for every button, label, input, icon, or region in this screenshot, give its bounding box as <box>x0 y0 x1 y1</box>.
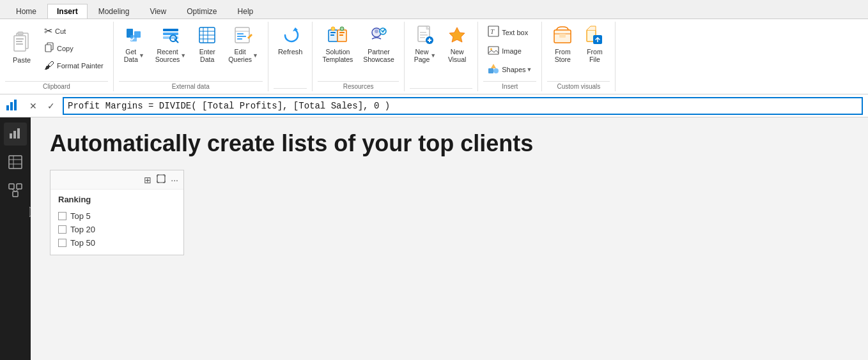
formula-bar-chart-icon <box>5 98 19 114</box>
paste-label: Paste <box>13 56 31 64</box>
from-store-button[interactable]: FromStore <box>547 22 578 73</box>
svg-rect-3 <box>16 38 24 40</box>
tab-modeling[interactable]: Modeling <box>89 4 139 19</box>
widget-focus-icon[interactable] <box>155 173 167 186</box>
image-icon <box>488 45 499 57</box>
from-file-button[interactable]: FromFile <box>579 22 610 73</box>
widget-expand-icon[interactable]: ⊞ <box>143 174 153 186</box>
refresh-label: Refresh <box>278 48 303 56</box>
format-painter-button[interactable]: 🖌 Format Painter <box>40 58 108 73</box>
svg-rect-69 <box>9 184 14 189</box>
enter-data-icon <box>197 25 217 47</box>
svg-rect-71 <box>13 191 18 197</box>
svg-rect-75 <box>157 175 165 183</box>
formula-input[interactable] <box>63 97 863 115</box>
svg-rect-62 <box>10 133 12 139</box>
svg-point-33 <box>331 27 335 31</box>
partner-showcase-label: PartnerShowcase <box>363 48 394 63</box>
formula-cancel-button[interactable]: ✕ <box>26 98 41 114</box>
svg-rect-41 <box>420 37 425 38</box>
paste-button[interactable]: Paste <box>5 22 38 73</box>
clipboard-label: Clipboard <box>5 81 108 91</box>
checkbox-top50[interactable] <box>58 239 66 247</box>
sidebar-item-data[interactable] <box>4 151 27 174</box>
svg-rect-65 <box>9 156 22 169</box>
new-page-button[interactable]: NewPage ▼ <box>410 22 440 73</box>
new-items-label <box>410 88 472 91</box>
refresh-icon <box>280 25 300 47</box>
partner-showcase-icon <box>369 25 389 47</box>
tab-insert[interactable]: Insert <box>47 4 88 19</box>
sidebar-item-report[interactable] <box>4 123 27 146</box>
solution-templates-button[interactable]: SolutionTemplates <box>318 22 357 73</box>
image-label: Image <box>502 47 522 55</box>
new-visual-icon <box>447 25 467 47</box>
sidebar-item-model[interactable] <box>4 179 27 202</box>
clipboard-group: Paste ✂ Cut C <box>0 22 114 91</box>
custom-visuals-label: Custom visuals <box>547 81 610 91</box>
clipboard-items: Paste ✂ Cut C <box>5 22 108 80</box>
shapes-arrow: ▼ <box>527 66 532 73</box>
external-data-group: GetData ▼ <box>114 22 268 91</box>
tab-home[interactable]: Home <box>6 4 46 19</box>
copy-button[interactable]: Copy <box>40 40 108 57</box>
resources-items: SolutionTemplates PartnerShowcase <box>318 22 398 80</box>
svg-rect-21 <box>235 27 249 43</box>
tab-optimize[interactable]: Optimize <box>177 4 226 19</box>
get-data-label: GetData <box>124 48 138 63</box>
new-visual-label: NewVisual <box>448 48 466 63</box>
svg-point-34 <box>340 27 344 31</box>
format-painter-icon: 🖌 <box>44 60 54 71</box>
ribbon-tabs: Home Insert Modeling View Optimize Help <box>0 0 868 19</box>
from-file-icon <box>584 25 605 47</box>
shapes-button[interactable]: Shapes ▼ <box>483 61 536 78</box>
svg-rect-48 <box>488 47 499 54</box>
ribbon-content: Paste ✂ Cut C <box>0 19 868 94</box>
checkbox-top5[interactable] <box>58 212 66 220</box>
shapes-label: Shapes <box>502 66 525 73</box>
formula-confirm-button[interactable]: ✓ <box>43 98 59 114</box>
svg-rect-60 <box>10 102 13 110</box>
solution-templates-icon <box>327 25 348 47</box>
svg-rect-63 <box>13 131 16 139</box>
enter-data-button[interactable]: EnterData <box>192 22 222 73</box>
widget-more-icon[interactable]: ··· <box>169 174 180 186</box>
tab-help[interactable]: Help <box>228 4 263 19</box>
svg-point-36 <box>375 29 378 33</box>
custom-visuals-items: FromStore FromFile <box>547 22 610 80</box>
widget-item-2[interactable]: Top 50 <box>58 236 176 250</box>
widget-item-1[interactable]: Top 20 <box>58 223 176 236</box>
edit-queries-button[interactable]: EditQueries ▼ <box>224 22 263 73</box>
external-data-label: External data <box>119 81 263 91</box>
resources-label: Resources <box>318 81 398 91</box>
enter-data-label: EnterData <box>199 48 215 63</box>
svg-text:T: T <box>490 27 495 35</box>
text-box-button[interactable]: T Text box <box>483 24 532 41</box>
svg-rect-25 <box>237 38 242 40</box>
checkbox-top20[interactable] <box>58 225 66 234</box>
from-store-label: FromStore <box>555 48 571 63</box>
recent-sources-button[interactable]: RecentSources ▼ <box>151 22 190 73</box>
widget-card: ⊞ ··· Ranking Top 5 <box>50 170 184 255</box>
canvas-title: Automatically create lists of your top c… <box>50 130 849 157</box>
image-button[interactable]: Image <box>483 43 526 59</box>
new-visual-button[interactable]: NewVisual <box>442 22 472 73</box>
new-items-group: NewPage ▼ NewVisual <box>405 22 478 91</box>
resources-group: SolutionTemplates PartnerShowcase <box>313 22 404 91</box>
svg-rect-7 <box>45 45 51 52</box>
cut-button[interactable]: ✂ Cut <box>40 23 108 39</box>
formula-bar-controls: ✕ ✓ <box>26 98 59 114</box>
new-page-label: NewPage <box>414 48 430 63</box>
svg-marker-52 <box>491 64 496 68</box>
tab-view[interactable]: View <box>140 4 176 19</box>
refresh-button[interactable]: Refresh <box>274 22 307 73</box>
canvas-area: Automatically create lists of your top c… <box>31 117 868 360</box>
insert-group-label: Insert <box>483 81 536 91</box>
text-box-icon: T <box>488 26 499 39</box>
svg-rect-30 <box>330 34 334 36</box>
left-sidebar <box>0 117 31 360</box>
get-data-button[interactable]: GetData ▼ <box>119 22 150 73</box>
widget-item-0[interactable]: Top 5 <box>58 209 176 223</box>
partner-showcase-button[interactable]: PartnerShowcase <box>359 22 398 73</box>
new-page-arrow: ▼ <box>430 52 436 59</box>
